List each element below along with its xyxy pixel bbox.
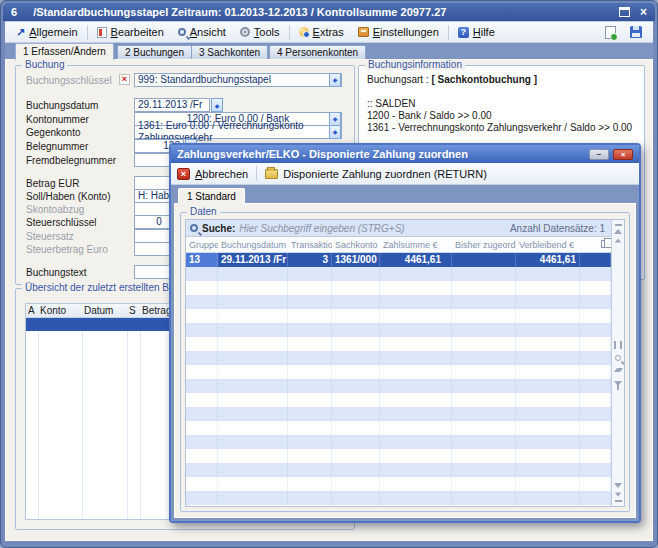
menu-allgemein[interactable]: ↗ Allgemein: [9, 24, 85, 41]
skontoabzug-label: Skontoabzug: [26, 203, 84, 216]
menu-separator: [87, 25, 88, 40]
zahlungsverkehr-dialog: Zahlungsverkehr/ELKO - Disponierte Zahlu…: [169, 143, 641, 523]
help-icon: ?: [458, 27, 469, 38]
new-document-button[interactable]: [598, 24, 623, 41]
assign-button[interactable]: Disponierte Zahlung zuordnen (RETURN): [283, 168, 487, 180]
buchungsschluessel-input[interactable]: 999: Standardbuchungsstapel ◆: [134, 73, 342, 87]
col-sachkonto[interactable]: Sachkonto: [332, 237, 380, 252]
search-input[interactable]: Hier Suchbegriff eingeben (STRG+S): [239, 223, 404, 234]
kontonummer-label: Kontonummer: [26, 113, 89, 126]
belegnummer-label: Belegnummer: [26, 140, 88, 153]
menu-bar: ↗ Allgemein Bearbeiten Ansicht Tools Ext…: [5, 21, 653, 43]
dialog-tab-standard[interactable]: 1 Standard: [178, 188, 245, 204]
soll-haben-label: Soll/Haben (Konto): [26, 190, 111, 203]
table-row-empty[interactable]: [186, 477, 611, 491]
gear-icon: [240, 27, 250, 37]
table-search-icon[interactable]: [615, 355, 621, 361]
new-document-icon: [605, 26, 616, 39]
col-bisher-zugeordnet[interactable]: Bisher zugeordnet: [452, 237, 516, 252]
buchungsart-line: Buchungsart : [ Sachkontobuchung ]: [367, 74, 638, 86]
col-verbleibend[interactable]: Verbleibend €: [516, 237, 580, 252]
table-row-empty[interactable]: [186, 337, 611, 351]
scroll-down-icon[interactable]: [614, 483, 622, 488]
table-row-empty[interactable]: [186, 365, 611, 379]
title-bar: 6 /Standardbuchungsstapel Zeitraum: 01.2…: [3, 3, 655, 21]
dropdown-spinner-icon[interactable]: ◆: [329, 125, 341, 139]
assign-icon: [265, 169, 278, 179]
menu-tools[interactable]: Tools: [233, 24, 287, 40]
steuersatz-label: Steuersatz: [26, 230, 74, 243]
window-number: 6: [11, 6, 17, 18]
menu-bearbeiten[interactable]: Bearbeiten: [90, 24, 171, 40]
buchung-group-title: Buchung: [22, 59, 67, 70]
arrow-ne-icon: ↗: [16, 26, 25, 39]
edit-icon: [97, 27, 107, 38]
col-transaktion[interactable]: Transaktion: [288, 237, 332, 252]
cancel-button[interactable]: Abbrechen: [195, 168, 248, 180]
settings-icon: [358, 27, 369, 37]
gegenkonto-label: Gegenkonto: [26, 126, 81, 139]
tab-sachkonten[interactable]: 3 Sachkonten: [191, 45, 268, 60]
table-row-empty[interactable]: [186, 421, 611, 435]
steuersatz-input[interactable]: [134, 229, 172, 243]
tab-buchungen[interactable]: 2 Buchungen: [117, 45, 192, 60]
columns-icon[interactable]: [614, 341, 622, 349]
save-icon: [630, 26, 642, 38]
table-row-empty[interactable]: [186, 351, 611, 365]
daten-group: Daten Suche: Hier Suchbegriff eingeben (…: [180, 212, 630, 512]
restore-button[interactable]: [619, 7, 630, 17]
table-row-empty[interactable]: [186, 295, 611, 309]
copy-icon[interactable]: [601, 240, 608, 248]
scroll-page-down-icon[interactable]: [615, 493, 621, 497]
menu-extras[interactable]: Extras: [292, 24, 351, 40]
gegenkonto-input[interactable]: 1361: Euro 0.00 / Verrechnungskonto Zahl…: [134, 125, 342, 139]
search-label: Suche:: [202, 223, 235, 234]
search-icon: [190, 224, 198, 232]
extras-icon: [299, 27, 309, 37]
scroll-up-icon[interactable]: [614, 229, 622, 234]
date-spinner-icon[interactable]: ◆: [211, 98, 223, 112]
table-row-selected[interactable]: 13 29.11.2013 /Fr 3 1361/000 4461,61 446…: [186, 253, 611, 267]
table-row-empty[interactable]: [186, 435, 611, 449]
menu-hilfe[interactable]: ? Hilfe: [451, 24, 502, 40]
col-zahlsumme[interactable]: Zahlsumme €: [380, 237, 452, 252]
table-row-empty[interactable]: [186, 393, 611, 407]
scroll-top-icon[interactable]: [615, 224, 622, 226]
table-row-empty[interactable]: [186, 323, 611, 337]
table-row-empty[interactable]: [186, 309, 611, 323]
steuerbetrag-label: Steuerbetrag Euro: [26, 243, 108, 256]
tab-erfassen-aendern[interactable]: 1 Erfassen/Ändern: [15, 43, 114, 60]
scroll-page-up-icon[interactable]: [615, 239, 621, 243]
sort-icon[interactable]: [614, 367, 623, 375]
menu-ansicht[interactable]: Ansicht: [171, 24, 233, 40]
menu-separator: [289, 25, 290, 40]
search-bar[interactable]: Suche: Hier Suchbegriff eingeben (STRG+S…: [186, 220, 611, 237]
table-row-empty[interactable]: [186, 449, 611, 463]
table-row-empty[interactable]: [186, 281, 611, 295]
daten-group-title: Daten: [187, 206, 220, 217]
saldo-line-1200: 1200 - Bank / Saldo >> 0.00: [367, 110, 638, 122]
saldo-line-1361: 1361 - Verrechnungskonto Zahlungsverkehr…: [367, 122, 638, 134]
close-button[interactable]: ×: [640, 7, 647, 17]
table-row-empty[interactable]: [186, 379, 611, 393]
table-row-empty[interactable]: [186, 491, 611, 505]
buchungsart-value: [ Sachkontobuchung ]: [432, 74, 538, 85]
table-row-empty[interactable]: [186, 267, 611, 281]
clear-icon[interactable]: ×: [119, 74, 130, 85]
save-button[interactable]: [623, 24, 649, 40]
buchungstext-label: Buchungstext: [26, 266, 87, 279]
dialog-close-button[interactable]: ×: [613, 149, 633, 160]
col-gruppe[interactable]: Gruppe: [186, 237, 218, 252]
salden-header: :: SALDEN: [367, 98, 638, 110]
scroll-bottom-icon[interactable]: [615, 500, 622, 502]
dialog-title: Zahlungsverkehr/ELKO - Disponierte Zahlu…: [177, 148, 468, 160]
dialog-aux-button[interactable]: −: [589, 149, 609, 160]
filter-icon[interactable]: [614, 381, 622, 386]
col-buchungsdatum[interactable]: Buchungsdatum: [218, 237, 288, 252]
table-row-empty[interactable]: [186, 463, 611, 477]
buchungsdatum-input[interactable]: 29.11.2013 /Fr: [134, 98, 210, 112]
dropdown-spinner-icon[interactable]: ◆: [329, 73, 341, 87]
menu-einstellungen[interactable]: Einstellungen: [351, 24, 446, 40]
tab-personenkonten[interactable]: 4 Personenkonten: [269, 45, 366, 60]
table-row-empty[interactable]: [186, 407, 611, 421]
